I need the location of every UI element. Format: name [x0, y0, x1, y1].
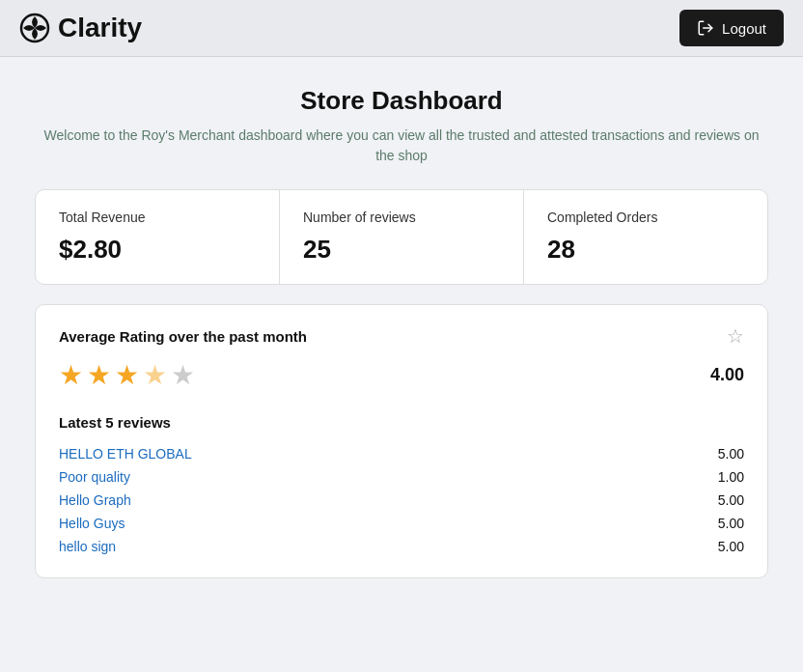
review-score-2: 5.00 [718, 492, 744, 508]
stars-row: ★ ★ ★ ★ ★ 4.00 [59, 359, 744, 391]
stat-value-revenue: $2.80 [59, 235, 256, 265]
stat-card-revenue: Total Revenue $2.80 [36, 190, 280, 284]
star-5: ★ [171, 359, 195, 391]
review-score-0: 5.00 [718, 446, 744, 462]
stat-label-reviews: Number of reviews [303, 210, 500, 225]
page-subtitle: Welcome to the Roy's Merchant dashboard … [35, 126, 768, 166]
review-link-4[interactable]: hello sign [59, 539, 116, 554]
review-score-3: 5.00 [718, 516, 744, 531]
stat-label-orders: Completed Orders [547, 210, 744, 225]
logo-area: Clarity [19, 13, 142, 43]
review-score-1: 1.00 [718, 469, 744, 485]
reviews-list: HELLO ETH GLOBAL 5.00 Poor quality 1.00 … [59, 442, 744, 558]
logout-button[interactable]: Logout [679, 10, 784, 46]
stars-display: ★ ★ ★ ★ ★ [59, 359, 195, 391]
logout-label: Logout [722, 20, 766, 37]
bookmark-star-icon[interactable]: ☆ [727, 324, 744, 348]
main-content: Store Dashboard Welcome to the Roy's Mer… [15, 57, 788, 607]
rating-value: 4.00 [710, 365, 744, 385]
review-item: HELLO ETH GLOBAL 5.00 [59, 442, 744, 465]
stat-value-reviews: 25 [303, 235, 500, 265]
review-link-2[interactable]: Hello Graph [59, 492, 131, 508]
review-link-0[interactable]: HELLO ETH GLOBAL [59, 446, 192, 462]
review-item: Hello Guys 5.00 [59, 512, 744, 535]
stat-card-reviews: Number of reviews 25 [280, 190, 524, 284]
logout-icon [697, 19, 714, 37]
stat-label-revenue: Total Revenue [59, 210, 256, 225]
star-1: ★ [59, 359, 83, 391]
stat-value-orders: 28 [547, 235, 744, 265]
rating-section: Average Rating over the past month ☆ ★ ★… [35, 304, 768, 578]
stats-row: Total Revenue $2.80 Number of reviews 25… [35, 189, 768, 285]
star-4-half: ★ [143, 359, 167, 391]
rating-header: Average Rating over the past month ☆ [59, 324, 744, 348]
review-item: hello sign 5.00 [59, 535, 744, 558]
review-link-1[interactable]: Poor quality [59, 469, 130, 485]
rating-title: Average Rating over the past month [59, 328, 307, 345]
clarity-logo-icon [19, 13, 50, 43]
stat-card-orders: Completed Orders 28 [524, 190, 767, 284]
star-2: ★ [87, 359, 111, 391]
review-link-3[interactable]: Hello Guys [59, 516, 125, 531]
star-3: ★ [115, 359, 139, 391]
page-title: Store Dashboard [35, 86, 768, 116]
review-score-4: 5.00 [718, 539, 744, 554]
reviews-title: Latest 5 reviews [59, 414, 744, 431]
header: Clarity Logout [0, 0, 803, 57]
review-item: Poor quality 1.00 [59, 465, 744, 489]
logo-text: Clarity [58, 13, 142, 43]
review-item: Hello Graph 5.00 [59, 489, 744, 512]
